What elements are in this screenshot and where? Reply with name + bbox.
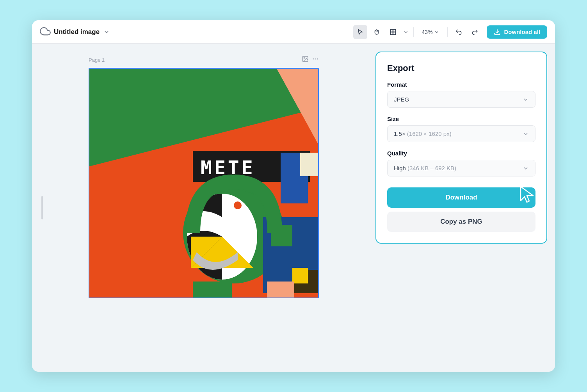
download-all-button[interactable]: Download all: [487, 25, 547, 39]
title-section: Untitled image: [40, 26, 349, 38]
page-label-row: Page 1: [89, 55, 319, 64]
action-buttons: Download Copy as PNG: [387, 187, 535, 232]
svg-rect-0: [391, 29, 396, 35]
scroll-hint: [41, 196, 43, 219]
page-icons: [302, 55, 319, 64]
zoom-control[interactable]: 43%: [418, 27, 443, 37]
svg-rect-28: [267, 282, 294, 298]
more-icon[interactable]: [312, 55, 319, 64]
cloud-icon: [40, 26, 51, 38]
format-field-group: Format JPEG: [387, 81, 535, 108]
toolbar-right: Download all: [487, 25, 547, 39]
download-all-label: Download all: [504, 29, 540, 35]
toolbar-divider-1: [413, 27, 414, 37]
svg-point-4: [313, 59, 314, 59]
format-label: Format: [387, 81, 535, 88]
export-panel: Export Format JPEG Size 1.5× (1620 × 162…: [375, 52, 547, 244]
copy-png-button[interactable]: Copy as PNG: [387, 212, 535, 232]
top-bar: Untitled image: [32, 20, 555, 44]
format-chevron-icon: [523, 96, 529, 103]
svg-rect-29: [193, 282, 232, 298]
svg-rect-24: [300, 153, 319, 176]
frame-tool-button[interactable]: [386, 25, 400, 39]
size-field-group: Size 1.5× (1620 × 1620 px): [387, 116, 535, 142]
download-button[interactable]: Download: [387, 187, 535, 208]
format-value: JPEG: [394, 96, 409, 103]
artwork: METE: [89, 69, 319, 298]
zoom-value: 43%: [422, 29, 432, 35]
quality-label: Quality: [387, 150, 535, 157]
quality-field-group: Quality High (346 KB – 692 KB): [387, 150, 535, 176]
undo-button[interactable]: [452, 25, 466, 39]
svg-rect-27: [292, 268, 308, 283]
toolbar-divider-2: [447, 27, 448, 37]
page-label: Page 1: [89, 57, 105, 63]
quality-select[interactable]: High (346 KB – 692 KB): [387, 160, 535, 176]
app-title: Untitled image: [54, 28, 100, 36]
size-label: Size: [387, 116, 535, 122]
size-value: 1.5× (1620 × 1620 px): [394, 130, 452, 137]
size-select[interactable]: 1.5× (1620 × 1620 px): [387, 125, 535, 142]
select-tool-button[interactable]: [353, 25, 367, 39]
svg-rect-21: [292, 246, 319, 270]
size-chevron-icon: [523, 131, 529, 137]
export-title: Export: [387, 63, 535, 73]
svg-point-3: [304, 57, 304, 58]
frame-chevron-button[interactable]: [402, 29, 409, 36]
quality-value: High (346 KB – 692 KB): [394, 165, 456, 171]
svg-point-18: [234, 201, 242, 209]
canvas-frame: METE: [89, 68, 319, 298]
title-chevron-button[interactable]: [103, 28, 110, 36]
main-content: Page 1: [32, 44, 555, 372]
quality-chevron-icon: [523, 165, 529, 171]
hand-tool-button[interactable]: [370, 25, 384, 39]
svg-point-5: [315, 59, 316, 59]
format-select[interactable]: JPEG: [387, 91, 535, 108]
toolbar-center: 43%: [353, 25, 482, 39]
redo-button[interactable]: [468, 25, 482, 39]
image-icon: [302, 55, 309, 64]
svg-point-6: [317, 59, 318, 59]
app-window: Untitled image: [32, 20, 555, 372]
canvas-area: Page 1: [32, 44, 375, 372]
